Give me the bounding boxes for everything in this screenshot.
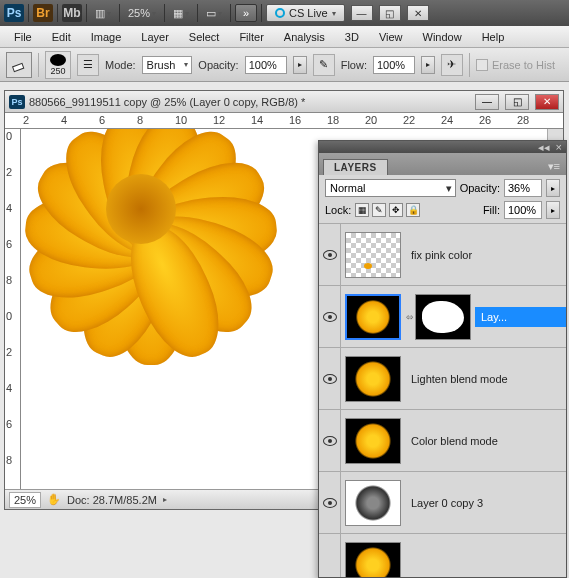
- doc-close-button[interactable]: ✕: [535, 94, 559, 110]
- visibility-icon[interactable]: [323, 436, 337, 446]
- menu-help[interactable]: Help: [474, 29, 513, 45]
- menu-bar: File Edit Image Layer Select Filter Anal…: [0, 26, 569, 48]
- screen-mode-dropdown[interactable]: ▥▾: [91, 5, 115, 22]
- menu-select[interactable]: Select: [181, 29, 228, 45]
- menu-analysis[interactable]: Analysis: [276, 29, 333, 45]
- layer-row[interactable]: fix pink color: [319, 224, 566, 286]
- zoom-dropdown[interactable]: 25%▾: [124, 5, 160, 21]
- workspace-close-button[interactable]: ✕: [407, 5, 429, 21]
- mode-label: Mode:: [105, 59, 136, 71]
- layer-opacity-label: Opacity:: [460, 182, 500, 194]
- brush-preview-icon: [50, 54, 66, 66]
- layer-mask-thumbnail[interactable]: [415, 294, 471, 340]
- layer-row[interactable]: Layer 0 copy 3: [319, 472, 566, 534]
- status-zoom-field[interactable]: 25%: [9, 492, 41, 508]
- opacity-field[interactable]: 100%: [245, 56, 287, 74]
- fill-stepper[interactable]: ▸: [546, 201, 560, 219]
- visibility-icon[interactable]: [323, 312, 337, 322]
- tablet-opacity-icon[interactable]: ✎: [313, 54, 335, 76]
- fill-label: Fill:: [483, 204, 500, 216]
- layer-thumbnail[interactable]: [345, 418, 401, 464]
- workspace-restore-button[interactable]: ◱: [379, 5, 401, 21]
- flow-field[interactable]: 100%: [373, 56, 415, 74]
- layer-name[interactable]: Color blend mode: [405, 435, 566, 447]
- visibility-icon[interactable]: [323, 250, 337, 260]
- brush-preset-picker[interactable]: 250: [45, 51, 71, 79]
- lock-transparency-icon[interactable]: ▦: [355, 203, 369, 217]
- layer-name[interactable]: fix pink color: [405, 249, 566, 261]
- cslive-button[interactable]: CS Live▾: [266, 4, 345, 22]
- layer-row[interactable]: ⬄ Lay...: [319, 286, 566, 348]
- arrange-dropdown[interactable]: ▭▾: [202, 5, 226, 22]
- ps-app-icon[interactable]: Ps: [4, 4, 24, 22]
- app-bar: Ps Br Mb ▥▾ 25%▾ ▦▾ ▭▾ » CS Live▾ — ◱ ✕: [0, 0, 569, 26]
- airbrush-icon[interactable]: ✈: [441, 54, 463, 76]
- ruler-horizontal[interactable]: 246810121416182022242628: [5, 113, 563, 129]
- lock-position-icon[interactable]: ✥: [389, 203, 403, 217]
- layers-panel: ◂◂× LAYERS ▾≡ Normal Opacity: 36% ▸ Lock…: [318, 140, 567, 578]
- layer-thumbnail[interactable]: [345, 480, 401, 526]
- ruler-vertical[interactable]: 02468024680: [5, 129, 21, 489]
- lock-all-icon[interactable]: 🔒: [406, 203, 420, 217]
- layer-thumbnail[interactable]: [345, 542, 401, 578]
- menu-edit[interactable]: Edit: [44, 29, 79, 45]
- flow-label: Flow:: [341, 59, 367, 71]
- layer-row[interactable]: Lighten blend mode: [319, 348, 566, 410]
- layer-opacity-stepper[interactable]: ▸: [546, 179, 560, 197]
- eraser-tool-icon[interactable]: [6, 52, 32, 78]
- panel-tabs: LAYERS ▾≡: [319, 153, 566, 175]
- menu-file[interactable]: File: [6, 29, 40, 45]
- mode-dropdown[interactable]: Brush: [142, 56, 193, 74]
- status-hand-icon[interactable]: ✋: [47, 493, 61, 506]
- layer-thumbnail[interactable]: [345, 294, 401, 340]
- visibility-icon[interactable]: [323, 498, 337, 508]
- cslive-icon: [275, 8, 285, 18]
- doc-minimize-button[interactable]: —: [475, 94, 499, 110]
- workspace-min-button[interactable]: —: [351, 5, 373, 21]
- erase-to-history-checkbox[interactable]: Erase to Hist: [476, 59, 555, 71]
- status-doc-size[interactable]: Doc: 28.7M/85.2M: [67, 494, 157, 506]
- panel-menu-button[interactable]: ▾≡: [546, 158, 562, 175]
- status-menu-icon[interactable]: ▸: [163, 495, 167, 504]
- menu-window[interactable]: Window: [415, 29, 470, 45]
- layer-thumbnail[interactable]: [345, 356, 401, 402]
- layer-list[interactable]: fix pink color ⬄ Lay... Lighten blend mo…: [319, 224, 566, 577]
- visibility-icon[interactable]: [323, 374, 337, 384]
- svg-rect-0: [13, 63, 24, 71]
- doc-maximize-button[interactable]: ◱: [505, 94, 529, 110]
- layer-row[interactable]: [319, 534, 566, 577]
- layer-row[interactable]: Color blend mode: [319, 410, 566, 472]
- lock-pixels-icon[interactable]: ✎: [372, 203, 386, 217]
- options-bar: 250 ☰ Mode: Brush Opacity: 100% ▸ ✎ Flow…: [0, 48, 569, 82]
- link-icon[interactable]: ⬄: [405, 312, 415, 322]
- expand-bar-button[interactable]: »: [235, 4, 257, 22]
- collapse-icon: ◂◂: [538, 141, 550, 154]
- fill-field[interactable]: 100%: [504, 201, 542, 219]
- lock-label: Lock:: [325, 204, 351, 216]
- menu-layer[interactable]: Layer: [133, 29, 177, 45]
- menu-view[interactable]: View: [371, 29, 411, 45]
- panel-close-icon[interactable]: ×: [556, 141, 562, 153]
- flow-stepper[interactable]: ▸: [421, 56, 435, 74]
- menu-3d[interactable]: 3D: [337, 29, 367, 45]
- layer-name[interactable]: Layer 0 copy 3: [405, 497, 566, 509]
- menu-filter[interactable]: Filter: [231, 29, 271, 45]
- layers-options: Normal Opacity: 36% ▸ Lock: ▦ ✎ ✥ 🔒 Fill…: [319, 175, 566, 224]
- document-ps-icon: Ps: [9, 95, 25, 109]
- document-titlebar[interactable]: Ps 880566_99119511 copy @ 25% (Layer 0 c…: [5, 91, 563, 113]
- menu-image[interactable]: Image: [83, 29, 130, 45]
- minibridge-icon[interactable]: Mb: [62, 4, 82, 22]
- panel-collapse-bar[interactable]: ◂◂×: [319, 141, 566, 153]
- brush-panel-toggle[interactable]: ☰: [77, 54, 99, 76]
- layer-thumbnail[interactable]: [345, 232, 401, 278]
- layer-opacity-field[interactable]: 36%: [504, 179, 542, 197]
- view-extras-dropdown[interactable]: ▦▾: [169, 5, 193, 22]
- layer-name[interactable]: Lay...: [475, 307, 566, 327]
- bridge-icon[interactable]: Br: [33, 4, 53, 22]
- brush-size-value: 250: [50, 66, 65, 76]
- tab-layers[interactable]: LAYERS: [323, 159, 388, 175]
- opacity-stepper[interactable]: ▸: [293, 56, 307, 74]
- opacity-label: Opacity:: [198, 59, 238, 71]
- layer-name[interactable]: Lighten blend mode: [405, 373, 566, 385]
- blend-mode-dropdown[interactable]: Normal: [325, 179, 456, 197]
